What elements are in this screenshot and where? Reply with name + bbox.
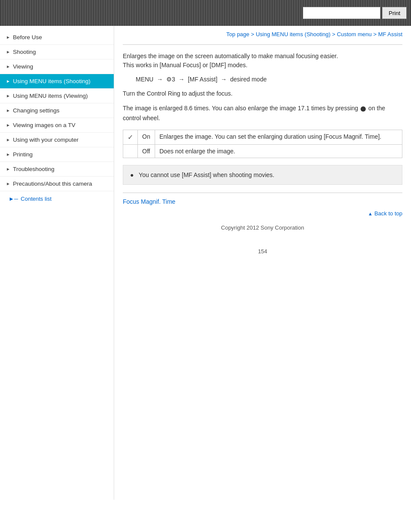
desc-off-text: Does not enlarge the image. bbox=[159, 148, 235, 155]
sidebar-item-using-menu-shooting[interactable]: ► Using MENU items (Shooting) bbox=[0, 74, 114, 89]
contents-list-link[interactable]: ►─ Contents list bbox=[0, 191, 114, 206]
bottom-separator bbox=[123, 193, 402, 193]
mode-off-label: Off bbox=[142, 148, 150, 155]
circle-button-icon bbox=[361, 106, 366, 112]
mode-on-cell: On bbox=[138, 130, 155, 145]
desc-on-cell: Enlarges the image. You can set the enla… bbox=[155, 130, 402, 145]
breadcrumb-custom-menu[interactable]: Custom menu bbox=[337, 31, 372, 37]
description-line1: Enlarges the image on the screen automat… bbox=[123, 53, 338, 59]
back-to-top-label: Back to top bbox=[374, 210, 402, 217]
arrow-icon: ► bbox=[6, 137, 10, 142]
sidebar-item-viewing-tv[interactable]: ► Viewing images on a TV bbox=[0, 118, 114, 133]
breadcrumb-using-menu-shooting[interactable]: Using MENU items (Shooting) bbox=[256, 31, 330, 37]
sidebar-item-shooting[interactable]: ► Shooting bbox=[0, 45, 114, 59]
page-number: 154 bbox=[123, 248, 402, 255]
sidebar-item-label: Using with your computer bbox=[13, 137, 78, 143]
arrow-icon: ► bbox=[6, 152, 10, 157]
breadcrumb-sep-2: > bbox=[373, 31, 378, 37]
sidebar-item-label: Viewing images on a TV bbox=[13, 122, 75, 128]
description-line2: This works in [Manual Focus] or [DMF] mo… bbox=[123, 62, 247, 68]
arrow-icon: ► bbox=[6, 108, 10, 113]
sidebar-item-label: Using MENU items (Shooting) bbox=[13, 78, 90, 84]
main-content: Top page > Using MENU items (Shooting) >… bbox=[114, 26, 411, 500]
related-link[interactable]: Focus Magnif. Time bbox=[123, 198, 175, 205]
arrow-icon: ► bbox=[6, 50, 10, 54]
options-table: ✓ On Enlarges the image. You can set the… bbox=[123, 130, 402, 158]
empty-check-cell bbox=[123, 145, 138, 158]
bullet-icon: ● bbox=[130, 171, 134, 178]
description-text: Enlarges the image on the screen automat… bbox=[123, 52, 402, 70]
mode-off-cell: Off bbox=[138, 145, 155, 158]
copyright: Copyright 2012 Sony Corporation bbox=[123, 224, 402, 240]
sidebar-item-precautions[interactable]: ► Precautions/About this camera bbox=[0, 177, 114, 191]
sidebar-item-label: Viewing bbox=[13, 63, 33, 70]
sidebar: ► Before Use ► Shooting ► Viewing ► Usin… bbox=[0, 26, 114, 500]
print-button[interactable]: Print bbox=[382, 7, 407, 19]
arrow-icon: ► bbox=[6, 181, 10, 186]
arrow-right-icon: ►─ bbox=[9, 196, 18, 202]
breadcrumb-mf-assist[interactable]: MF Assist bbox=[378, 31, 402, 37]
sidebar-item-label: Troubleshooting bbox=[13, 166, 54, 172]
sidebar-item-troubleshooting[interactable]: ► Troubleshooting bbox=[0, 162, 114, 177]
table-row: ✓ On Enlarges the image. You can set the… bbox=[123, 130, 402, 145]
sidebar-item-printing[interactable]: ► Printing bbox=[0, 147, 114, 162]
sidebar-item-label: Before Use bbox=[13, 34, 42, 40]
breadcrumb-sep-1: > bbox=[332, 31, 337, 37]
checkmark-icon: ✓ bbox=[128, 134, 133, 141]
instruction-line2: The image is enlarged 8.6 times. You can… bbox=[123, 103, 402, 123]
page-container: ► Before Use ► Shooting ► Viewing ► Usin… bbox=[0, 26, 411, 500]
back-to-top-link[interactable]: ▲ Back to top bbox=[368, 210, 402, 217]
sidebar-item-label: Using MENU items (Viewing) bbox=[13, 93, 88, 99]
desc-off-cell: Does not enlarge the image. bbox=[155, 145, 402, 158]
arrow-icon: ► bbox=[6, 93, 10, 98]
breadcrumb-sep-0: > bbox=[251, 31, 255, 37]
instruction-line1: Turn the Control Ring to adjust the focu… bbox=[123, 89, 402, 98]
sidebar-item-using-computer[interactable]: ► Using with your computer bbox=[0, 133, 114, 147]
search-area: Print bbox=[303, 7, 407, 19]
note-box: ● You cannot use [MF Assist] when shooti… bbox=[123, 165, 402, 185]
breadcrumb: Top page > Using MENU items (Shooting) >… bbox=[123, 26, 402, 41]
sidebar-item-label: Printing bbox=[13, 151, 33, 158]
desc-on-text: Enlarges the image. You can set the enla… bbox=[159, 133, 381, 140]
sidebar-item-using-menu-viewing[interactable]: ► Using MENU items (Viewing) bbox=[0, 89, 114, 103]
arrow-icon: ► bbox=[6, 79, 10, 84]
mode-on-label: On bbox=[142, 133, 150, 140]
note-text: You cannot use [MF Assist] when shooting… bbox=[139, 171, 274, 178]
search-input[interactable] bbox=[303, 7, 380, 19]
sidebar-item-label: Shooting bbox=[13, 49, 36, 55]
arrow-icon: ► bbox=[6, 35, 10, 40]
contents-list-label: Contents list bbox=[21, 196, 52, 202]
checkmark-cell: ✓ bbox=[123, 130, 138, 145]
breadcrumb-top-page[interactable]: Top page bbox=[226, 31, 249, 37]
arrow-icon: ► bbox=[6, 123, 10, 128]
triangle-icon: ▲ bbox=[368, 211, 373, 216]
arrow-icon: ► bbox=[6, 167, 10, 171]
sidebar-item-viewing[interactable]: ► Viewing bbox=[0, 59, 114, 74]
header-bar: Print bbox=[0, 0, 411, 26]
sidebar-item-label: Changing settings bbox=[13, 107, 59, 114]
arrow-icon: ► bbox=[6, 64, 10, 69]
back-to-top-row: ▲ Back to top bbox=[123, 210, 402, 217]
table-row: Off Does not enlarge the image. bbox=[123, 145, 402, 158]
title-separator bbox=[123, 44, 402, 45]
sidebar-item-changing-settings[interactable]: ► Changing settings bbox=[0, 103, 114, 118]
menu-path: MENU → ⚙3 → [MF Assist] → desired mode bbox=[136, 76, 402, 83]
sidebar-item-label: Precautions/About this camera bbox=[13, 180, 92, 187]
sidebar-item-before-use[interactable]: ► Before Use bbox=[0, 30, 114, 45]
